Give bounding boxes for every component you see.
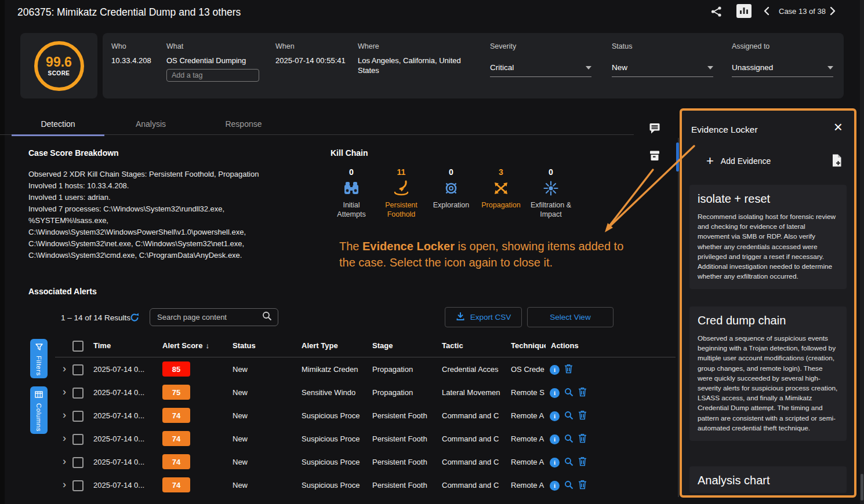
add-evidence-button[interactable]: + Add Evidence [703, 155, 774, 167]
trash-icon [578, 456, 587, 468]
content-scrollbar-thumb[interactable] [676, 143, 679, 171]
search-input[interactable] [156, 312, 262, 322]
stage-count: 0 [326, 167, 376, 178]
expand-row-button[interactable]: › [63, 432, 66, 444]
crossed-arrows-icon [476, 179, 526, 198]
page-scrollbar-track[interactable] [860, 0, 864, 504]
sort-descending-icon: ↓ [205, 341, 209, 350]
row-checkbox[interactable] [72, 457, 84, 468]
filter-funnel-icon [35, 344, 43, 352]
evidence-item-card[interactable]: Cred dump chain Observed a sequence of s… [689, 306, 847, 441]
what-value: OS Credential Dumping [166, 56, 259, 65]
cell-alert-type: Suspicious Proce [302, 481, 366, 490]
refresh-button[interactable] [129, 312, 140, 324]
stage-count: 0 [526, 167, 576, 178]
kill-chain-stage-propagation: 3 Propagation [476, 167, 526, 219]
row-checkbox[interactable] [72, 434, 84, 445]
delete-alert-button[interactable] [578, 480, 587, 491]
info-icon[interactable]: i [550, 434, 560, 444]
kill-chain-stage-initial-attempts: 0 Initial Attempts [326, 167, 376, 219]
row-actions: i [550, 387, 587, 399]
column-header-technique[interactable]: Technique [511, 341, 546, 350]
table-row: › 2025-07-14 0... 74 New Suspicious Proc… [55, 450, 676, 473]
comments-toggle-button[interactable] [648, 122, 661, 136]
evidence-item-card[interactable]: isolate + reset Recommend isolating host… [689, 185, 847, 289]
page-scrollbar-thumb[interactable] [861, 474, 863, 501]
assigned-to-label: Assigned to [732, 42, 833, 50]
page-title: 206375: Mimikatz Credential Dump and 13 … [17, 6, 241, 19]
chevron-down-icon [586, 66, 591, 70]
status-dropdown[interactable]: Status New [612, 42, 713, 77]
stage-label: Propagation [476, 200, 526, 210]
investigate-button[interactable] [564, 411, 573, 422]
delete-alert-button[interactable] [578, 410, 587, 422]
row-actions: i [550, 410, 587, 422]
expand-row-button[interactable]: › [63, 385, 66, 398]
delete-alert-button[interactable] [578, 387, 587, 399]
content-scrollbar-track[interactable] [678, 138, 679, 497]
close-icon[interactable]: × [830, 119, 846, 135]
delete-alert-button[interactable] [578, 433, 587, 445]
delete-alert-button[interactable] [564, 364, 573, 375]
select-all-checkbox[interactable] [72, 341, 84, 352]
expand-row-button[interactable]: › [63, 455, 66, 468]
cell-stage: Persistent Footh [372, 481, 433, 490]
tab-response[interactable]: Response [197, 114, 290, 134]
status-label: Status [612, 42, 713, 50]
column-header-stage[interactable]: Stage [372, 341, 393, 350]
column-header-alert-score[interactable]: Alert Score ↓ [162, 341, 209, 350]
table-row: › 2025-07-14 0... 74 New Suspicious Proc… [55, 427, 676, 450]
cell-technique: Remote S [511, 388, 547, 397]
left-edge-strip [0, 0, 5, 504]
row-checkbox[interactable] [72, 364, 84, 375]
expand-row-button[interactable]: › [63, 408, 66, 421]
column-header-time[interactable]: Time [93, 341, 111, 350]
info-icon[interactable]: i [550, 365, 560, 375]
info-icon[interactable]: i [550, 388, 560, 398]
column-header-tactic[interactable]: Tactic [442, 341, 463, 350]
columns-button[interactable]: Columns [30, 386, 48, 434]
select-view-button[interactable]: Select View [527, 307, 613, 327]
case-score-breakdown-title: Case Score Breakdown [28, 148, 119, 158]
filters-button[interactable]: Filters [30, 339, 48, 378]
expand-row-button[interactable]: › [63, 362, 66, 375]
score-ring: 99.6 SCORE [34, 41, 84, 91]
severity-dropdown[interactable]: Severity Critical [490, 42, 591, 77]
tab-detection[interactable]: Detection [12, 114, 104, 136]
alert-score-badge: 74 [162, 408, 190, 423]
cell-technique: Remote A [511, 434, 547, 443]
tab-analysis[interactable]: Analysis [104, 114, 197, 134]
row-checkbox[interactable] [72, 411, 84, 422]
investigate-button[interactable] [564, 480, 573, 491]
investigate-button[interactable] [564, 388, 573, 399]
expand-row-button[interactable]: › [63, 478, 66, 491]
stage-label: Exfiltration & Impact [526, 200, 576, 219]
what-label: What [166, 42, 259, 50]
next-case-button[interactable] [829, 6, 836, 17]
column-header-status[interactable]: Status [233, 341, 256, 350]
investigate-button[interactable] [564, 434, 573, 445]
info-icon[interactable]: i [550, 458, 560, 468]
case-chart-button[interactable] [736, 4, 752, 18]
investigate-button[interactable] [564, 457, 573, 468]
assigned-to-dropdown[interactable]: Assigned to Unassigned [732, 42, 833, 77]
row-checkbox[interactable] [72, 388, 84, 399]
info-icon[interactable]: i [550, 481, 560, 491]
alerts-table: Time Alert Score ↓ Status Alert Type Sta… [55, 336, 676, 503]
evidence-item-title: Cred dump chain [698, 314, 838, 327]
add-document-button[interactable] [831, 154, 843, 169]
add-tag-input[interactable] [166, 69, 259, 82]
evidence-item-card[interactable]: Analysis chart [689, 466, 847, 493]
cell-alert-type: Suspicious Proce [302, 458, 366, 466]
binoculars-icon [326, 179, 376, 198]
previous-case-button[interactable] [763, 6, 770, 17]
row-checkbox[interactable] [72, 480, 84, 491]
evidence-locker-toggle-button[interactable] [648, 149, 661, 163]
info-icon[interactable]: i [550, 411, 560, 421]
delete-alert-button[interactable] [578, 456, 587, 468]
table-row: › 2025-07-14 0... 74 New Suspicious Proc… [55, 404, 676, 427]
columns-grid-icon [35, 391, 43, 400]
share-button[interactable] [710, 5, 723, 20]
column-header-alert-type[interactable]: Alert Type [302, 341, 338, 350]
export-csv-button[interactable]: Export CSV [445, 307, 522, 327]
